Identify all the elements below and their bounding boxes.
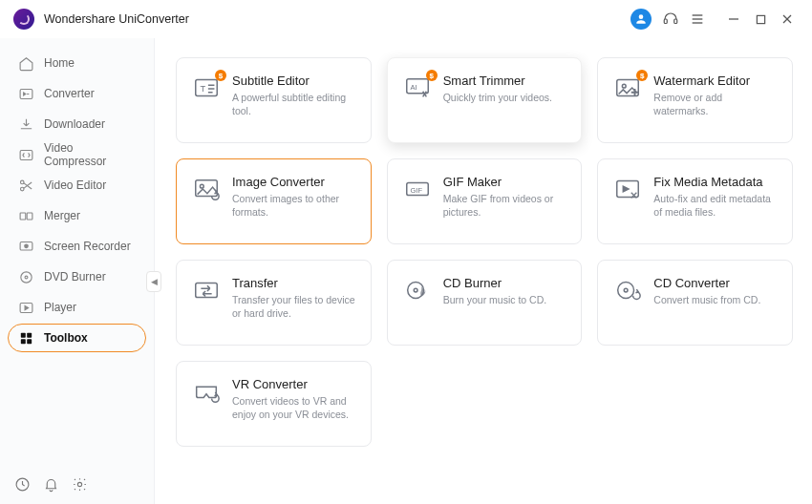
titlebar: Wondershare UniConverter [0, 0, 812, 38]
card-vr-converter[interactable]: VR Converter Convert videos to VR and en… [176, 361, 372, 447]
app-title: Wondershare UniConverter [44, 12, 189, 26]
nav-label: Downloader [44, 117, 105, 131]
card-desc: Transfer your files to device or hard dr… [232, 293, 357, 320]
nav-label: Converter [44, 87, 95, 100]
card-title: GIF Maker [443, 175, 568, 189]
download-icon [18, 116, 34, 133]
nav-label: Merger [44, 209, 80, 222]
nav-item-merger[interactable]: Merger [8, 201, 146, 230]
home-icon [18, 55, 34, 72]
svg-rect-26 [196, 80, 218, 96]
svg-point-38 [407, 283, 423, 299]
nav-label: Video Editor [44, 178, 106, 192]
card-smart-trimmer[interactable]: AI $ Smart Trimmer Quickly trim your vid… [387, 57, 583, 143]
svg-text:AI: AI [410, 83, 417, 92]
card-cd-converter[interactable]: CD Converter Convert music from CD. [597, 260, 793, 346]
svg-point-16 [25, 244, 29, 248]
image-icon [192, 175, 221, 203]
account-avatar[interactable] [630, 9, 652, 30]
card-desc: Convert music from CD. [653, 293, 779, 306]
headset-icon [662, 10, 679, 28]
card-title: CD Burner [443, 276, 568, 290]
nav-label: Home [44, 56, 75, 70]
card-gif-maker[interactable]: GIF GIF Maker Make GIF from videos or pi… [387, 158, 583, 244]
premium-badge: $ [215, 70, 226, 81]
menu-button[interactable] [684, 6, 711, 32]
minimize-button[interactable] [720, 6, 747, 32]
nav-item-compressor[interactable]: Video Compressor [8, 140, 146, 169]
nav-label: DVD Burner [44, 270, 106, 284]
card-title: Fix Media Metadata [653, 175, 779, 189]
card-metadata[interactable]: Fix Media Metadata Auto-fix and edit met… [597, 158, 793, 244]
svg-point-31 [623, 84, 627, 88]
svg-rect-22 [21, 339, 26, 344]
trimmer-icon: AI $ [403, 74, 432, 102]
settings-button[interactable] [67, 472, 92, 496]
nav-item-converter[interactable]: Converter [8, 79, 146, 108]
history-button[interactable] [10, 472, 34, 496]
card-title: Image Converter [232, 175, 357, 189]
scissors-icon [18, 178, 34, 194]
card-subtitle-editor[interactable]: T $ Subtitle Editor A powerful subtitle … [176, 57, 372, 143]
close-icon [781, 13, 793, 25]
nav-item-dvd[interactable]: DVD Burner [8, 262, 146, 291]
card-cd-burner[interactable]: CD Burner Burn your music to CD. [387, 260, 583, 346]
card-desc: Auto-fix and edit metadata of media file… [653, 192, 779, 219]
card-transfer[interactable]: Transfer Transfer your files to device o… [176, 260, 372, 346]
nav-item-home[interactable]: Home [8, 49, 146, 77]
nav-item-player[interactable]: Player [8, 293, 146, 322]
svg-rect-10 [20, 150, 32, 159]
card-desc: Make GIF from videos or pictures. [443, 192, 568, 219]
card-desc: Burn your music to CD. [443, 293, 568, 306]
minimize-icon [728, 13, 739, 25]
clock-icon [14, 476, 31, 493]
nav-item-editor[interactable]: Video Editor [8, 171, 146, 200]
card-title: Transfer [232, 276, 357, 290]
grid-icon [18, 330, 34, 346]
svg-point-33 [200, 184, 203, 188]
svg-rect-23 [27, 339, 32, 344]
svg-point-40 [618, 283, 634, 299]
nav-item-recorder[interactable]: Screen Recorder [8, 232, 146, 261]
nav-label: Video Compressor [44, 141, 136, 168]
svg-point-18 [25, 276, 28, 279]
collapse-sidebar-button[interactable]: ◀ [146, 271, 161, 292]
svg-point-41 [625, 288, 629, 292]
vr-icon [192, 377, 221, 406]
nav-label: Screen Recorder [44, 240, 131, 253]
svg-text:T: T [200, 84, 205, 94]
compress-icon [18, 147, 34, 163]
metadata-icon [613, 175, 642, 203]
support-button[interactable] [657, 6, 684, 32]
nav-label: Toolbox [44, 331, 88, 345]
svg-text:GIF: GIF [410, 186, 422, 195]
tools-grid: T $ Subtitle Editor A powerful subtitle … [176, 57, 793, 447]
maximize-button[interactable] [747, 6, 774, 32]
nav-label: Player [44, 301, 76, 314]
card-desc: A powerful subtitle editing tool. [232, 91, 357, 117]
svg-point-39 [414, 288, 417, 292]
close-button[interactable] [774, 6, 801, 32]
gear-icon [72, 476, 88, 493]
app-logo [13, 9, 34, 30]
hamburger-icon [690, 11, 705, 27]
card-image-converter[interactable]: Image Converter Convert images to other … [176, 158, 372, 244]
card-desc: Remove or add watermarks. [653, 91, 779, 117]
transfer-icon [192, 276, 221, 304]
convert-icon [18, 86, 34, 102]
watermark-icon: $ [613, 74, 642, 102]
sidebar-bottom [0, 464, 154, 504]
nav-item-toolbox[interactable]: Toolbox [8, 324, 146, 352]
card-watermark[interactable]: $ Watermark Editor Remove or add waterma… [597, 57, 793, 143]
svg-rect-20 [21, 332, 26, 337]
card-desc: Quickly trim your videos. [443, 91, 568, 104]
disc-icon [18, 269, 34, 285]
notifications-button[interactable] [38, 472, 63, 496]
svg-rect-6 [757, 15, 764, 23]
merge-icon [18, 208, 34, 224]
card-desc: Convert images to other formats. [232, 192, 357, 219]
cd-convert-icon [613, 276, 642, 304]
nav-item-downloader[interactable]: Downloader [8, 110, 146, 138]
svg-rect-13 [20, 212, 26, 219]
gif-icon: GIF [403, 175, 432, 203]
